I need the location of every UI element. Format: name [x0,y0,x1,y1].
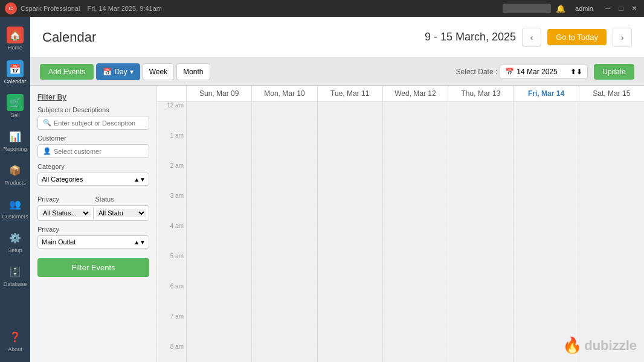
day-cell[interactable] [448,298,513,313]
go-today-button[interactable]: Go to Today [547,29,607,45]
sidebar-item-customers[interactable]: 👥 Customers [0,191,30,224]
day-cell[interactable] [448,283,513,298]
day-cell[interactable] [448,147,513,162]
day-cell[interactable] [514,238,578,253]
day-cell[interactable] [383,208,448,223]
day-cell[interactable] [579,268,644,283]
close-button[interactable]: ✕ [630,4,639,13]
day-cell[interactable] [448,343,513,358]
day-cell[interactable] [579,147,644,162]
day-cell[interactable] [252,238,317,253]
day-col-6[interactable] [579,102,644,362]
maximize-button[interactable]: □ [616,4,626,13]
day-cell[interactable] [514,208,578,223]
day-cell[interactable] [187,253,251,268]
sidebar-item-home[interactable]: 🏠 Home [0,22,30,56]
day-cell[interactable] [252,192,317,208]
sidebar-item-setup[interactable]: ⚙️ Setup [0,224,30,258]
day-cell[interactable] [514,223,578,238]
day-cell[interactable] [579,238,644,253]
day-cell[interactable] [383,328,448,343]
day-col-5[interactable] [513,102,578,362]
day-cell[interactable] [252,208,317,223]
day-cell[interactable] [514,358,578,362]
sidebar-item-calendar[interactable]: 📅 Calendar [0,56,30,89]
day-cell[interactable] [514,298,578,313]
day-cell[interactable] [448,102,513,117]
day-cell[interactable] [448,177,513,192]
day-cell[interactable] [252,328,317,343]
privacy2-select[interactable]: Main Outlet [37,235,149,249]
day-cell[interactable] [514,102,578,117]
day-cell[interactable] [448,253,513,268]
day-cell[interactable] [514,162,578,177]
subject-input[interactable] [54,119,144,127]
day-cell[interactable] [187,358,251,362]
day-cell[interactable] [252,313,317,328]
day-cell[interactable] [187,238,251,253]
day-cell[interactable] [579,343,644,358]
day-cell[interactable] [448,117,513,132]
day-cell[interactable] [252,147,317,162]
day-cell[interactable] [383,283,448,298]
day-cell[interactable] [187,283,251,298]
day-cell[interactable] [187,162,251,177]
customer-input[interactable] [54,148,144,155]
day-cell[interactable] [318,268,382,283]
day-cell[interactable] [318,223,382,238]
day-cell[interactable] [579,328,644,343]
day-cell[interactable] [187,177,251,192]
day-col-0[interactable] [186,102,251,362]
view-month-button[interactable]: Month [176,63,210,80]
day-cell[interactable] [383,268,448,283]
day-cell[interactable] [383,192,448,208]
day-cell[interactable] [318,298,382,313]
day-cell[interactable] [514,343,578,358]
status-select[interactable]: All Statu [96,209,146,217]
day-cell[interactable] [383,102,448,117]
day-cell[interactable] [187,147,251,162]
day-cell[interactable] [252,358,317,362]
day-cell[interactable] [579,102,644,117]
day-cell[interactable] [579,162,644,177]
day-cell[interactable] [318,117,382,132]
day-cell[interactable] [448,268,513,283]
sidebar-item-about[interactable]: ❓ About [0,323,30,357]
day-cell[interactable] [318,343,382,358]
day-cell[interactable] [579,192,644,208]
day-cell[interactable] [579,283,644,298]
day-cell[interactable] [318,192,382,208]
day-cell[interactable] [318,102,382,117]
day-cell[interactable] [318,147,382,162]
day-cell[interactable] [252,102,317,117]
day-cell[interactable] [448,132,513,147]
day-cell[interactable] [579,223,644,238]
day-cell[interactable] [579,313,644,328]
day-col-3[interactable] [382,102,448,362]
day-cell[interactable] [383,177,448,192]
sidebar-item-sell[interactable]: 🛒 Sell [0,89,30,123]
day-cell[interactable] [383,343,448,358]
day-cell[interactable] [318,283,382,298]
titlebar-search[interactable] [503,4,551,13]
day-cell[interactable] [252,283,317,298]
day-cell[interactable] [252,253,317,268]
day-cell[interactable] [579,177,644,192]
day-cell[interactable] [318,177,382,192]
day-cell[interactable] [318,238,382,253]
day-cell[interactable] [383,223,448,238]
day-cell[interactable] [252,343,317,358]
update-button[interactable]: Update [594,64,634,80]
date-input[interactable] [517,68,568,76]
day-cell[interactable] [448,313,513,328]
day-cell[interactable] [187,313,251,328]
day-cell[interactable] [187,132,251,147]
day-cell[interactable] [448,238,513,253]
day-col-4[interactable] [448,102,513,362]
day-col-1[interactable] [251,102,317,362]
day-cell[interactable] [514,253,578,268]
sidebar-item-database[interactable]: 🗄️ Database [0,258,30,292]
day-cell[interactable] [448,208,513,223]
day-cell[interactable] [383,238,448,253]
sidebar-item-products[interactable]: 📦 Products [0,157,30,191]
